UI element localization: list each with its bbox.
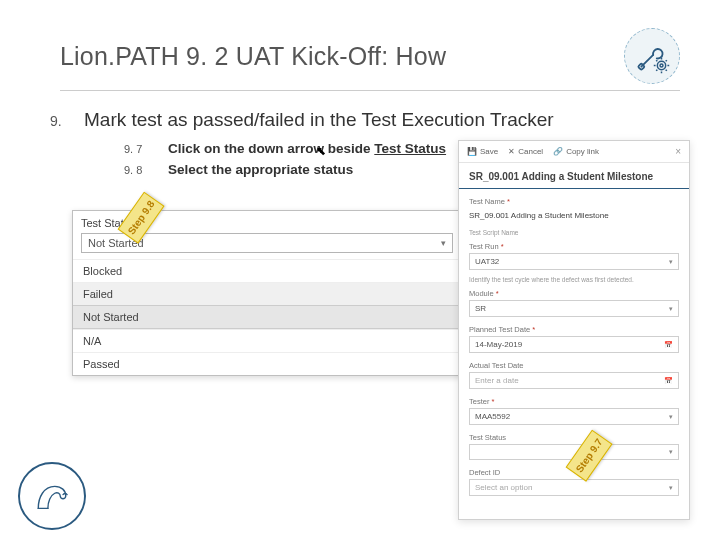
cursor-icon: ⬉ xyxy=(316,144,326,158)
status-option[interactable]: Blocked xyxy=(73,259,461,282)
status-option-selected[interactable]: Not Started xyxy=(73,305,461,329)
module-select[interactable]: SR▾ xyxy=(469,300,679,317)
substep-number: 9. 7 xyxy=(124,141,146,156)
test-run-select[interactable]: UAT32▾ xyxy=(469,253,679,270)
substep-text: Click on the down arrow beside Test Stat… xyxy=(168,141,446,156)
chevron-down-icon: ▾ xyxy=(441,238,446,248)
hint-text: Identify the test cycle where the defect… xyxy=(459,276,689,287)
wrench-gear-icon xyxy=(624,28,680,84)
chevron-down-icon: ▾ xyxy=(669,258,673,266)
divider xyxy=(459,188,689,189)
copy-link-button[interactable]: 🔗 Copy link xyxy=(553,147,599,156)
field-actual-date: Actual Test Date Enter a date📅 xyxy=(459,359,689,395)
field-planned-date: Planned Test Date * 14-May-2019📅 xyxy=(459,323,689,359)
slide: Lion.PATH 9. 2 UAT Kick-Off: How 9. Mark… xyxy=(0,0,720,540)
close-icon[interactable]: × xyxy=(675,146,681,157)
chevron-down-icon: ▾ xyxy=(669,305,673,313)
status-option[interactable]: Passed xyxy=(73,352,461,375)
title-row: Lion.PATH 9. 2 UAT Kick-Off: How xyxy=(60,28,680,91)
form-header: SR_09.001 Adding a Student Milestone xyxy=(459,163,689,188)
page-title: Lion.PATH 9. 2 UAT Kick-Off: How xyxy=(60,42,446,71)
field-test-name: Test Name * SR_09.001 Adding a Student M… xyxy=(459,195,689,229)
lion-logo xyxy=(18,462,86,530)
test-name-value: SR_09.001 Adding a Student Milestone xyxy=(469,208,679,223)
status-option[interactable]: Failed xyxy=(73,282,461,305)
chevron-down-icon: ▾ xyxy=(669,484,673,492)
substep-text: Select the appropriate status xyxy=(168,162,353,177)
save-button[interactable]: 💾 Save xyxy=(467,147,498,156)
chevron-down-icon: ▾ xyxy=(669,448,673,456)
form-toolbar: 💾 Save ✕ Cancel 🔗 Copy link × xyxy=(459,141,689,163)
substep-number: 9. 8 xyxy=(124,162,146,177)
svg-point-1 xyxy=(657,61,665,69)
calendar-icon: 📅 xyxy=(664,377,673,385)
status-option[interactable]: N/A xyxy=(73,329,461,352)
planned-date-input[interactable]: 14-May-2019📅 xyxy=(469,336,679,353)
field-module: Module * SR▾ xyxy=(459,287,689,323)
actual-date-input[interactable]: Enter a date📅 xyxy=(469,372,679,389)
chevron-down-icon: ▾ xyxy=(669,413,673,421)
step-heading: 9. Mark test as passed/failed in the Tes… xyxy=(50,109,680,131)
calendar-icon: 📅 xyxy=(664,341,673,349)
step-number: 9. xyxy=(50,113,66,129)
svg-point-2 xyxy=(660,64,663,67)
field-test-run: Test Run * UAT32▾ xyxy=(459,240,689,276)
step-text: Mark test as passed/failed in the Test E… xyxy=(84,109,554,131)
hint-text: Test Script Name xyxy=(459,229,689,240)
tester-select[interactable]: MAA5592▾ xyxy=(469,408,679,425)
field-tester: Tester * MAA5592▾ xyxy=(459,395,689,431)
cancel-button[interactable]: ✕ Cancel xyxy=(508,147,543,156)
defect-id-select[interactable]: Select an option▾ xyxy=(469,479,679,496)
